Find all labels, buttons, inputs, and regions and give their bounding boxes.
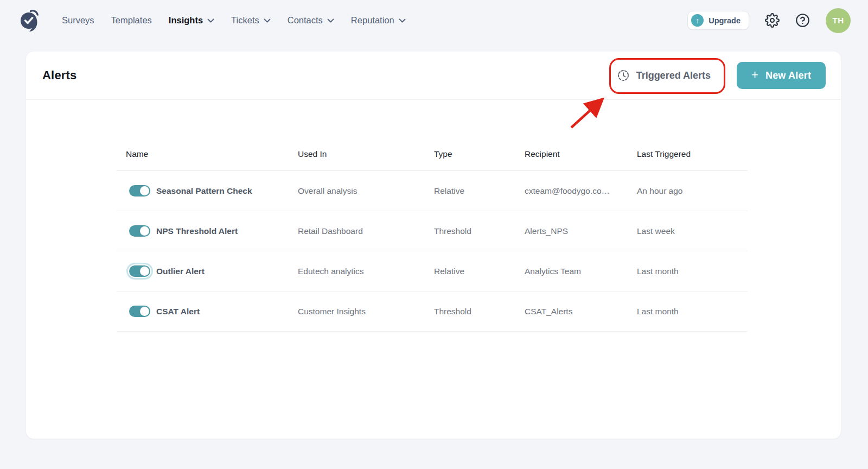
nav-right: ↑ Upgrade TH: [687, 8, 851, 33]
chevron-down-icon: [207, 18, 214, 23]
avatar-initials: TH: [833, 16, 844, 25]
alerts-table: Name Used In Type Recipient Last Trigger…: [117, 149, 748, 332]
alert-name: NPS Threshold Alert: [156, 226, 238, 236]
alerts-card: Alerts Triggered Alerts + New Alert Name…: [26, 52, 841, 439]
upgrade-arrow-icon: ↑: [691, 14, 704, 27]
used-in-cell: Overall analysis: [298, 186, 434, 196]
recipient-cell: CSAT_Alerts: [525, 307, 637, 316]
used-in-cell: Retail Dashboard: [298, 226, 434, 236]
nav-item-insights[interactable]: Insights: [169, 15, 214, 26]
alert-enabled-toggle[interactable]: [129, 185, 150, 197]
triggered-alerts-label: Triggered Alerts: [636, 70, 711, 81]
alert-enabled-toggle[interactable]: [129, 225, 150, 237]
type-cell: Relative: [434, 186, 525, 196]
history-clock-icon: [617, 69, 630, 82]
column-header-name: Name: [117, 149, 298, 159]
alerts-card-header: Alerts Triggered Alerts + New Alert: [26, 52, 841, 100]
nav-item-reputation[interactable]: Reputation: [351, 15, 406, 26]
last-triggered-cell: Last week: [637, 226, 748, 236]
alert-name: Outlier Alert: [156, 267, 205, 276]
upgrade-button[interactable]: ↑ Upgrade: [687, 11, 749, 30]
column-header-last-triggered: Last Triggered: [637, 149, 748, 159]
used-in-cell: Customer Insights: [298, 307, 434, 316]
alert-name-cell: Seasonal Pattern Check: [117, 185, 298, 197]
table-row: Seasonal Pattern CheckOverall analysisRe…: [117, 171, 748, 211]
alert-name-cell: CSAT Alert: [117, 306, 298, 317]
recipient-cell: Analytics Team: [525, 267, 637, 276]
nav-item-tickets[interactable]: Tickets: [231, 15, 271, 26]
table-row: NPS Threshold AlertRetail DashboardThres…: [117, 211, 748, 251]
triggered-alerts-button[interactable]: Triggered Alerts: [609, 62, 718, 89]
nav-item-label: Surveys: [62, 15, 94, 26]
header-actions: Triggered Alerts + New Alert: [609, 62, 826, 89]
table-row: Outlier AlertEdutech analyticsRelativeAn…: [117, 251, 748, 291]
surveysparrow-logo[interactable]: [18, 9, 40, 33]
table-row: CSAT AlertCustomer InsightsThresholdCSAT…: [117, 291, 748, 332]
column-header-recipient: Recipient: [525, 149, 637, 159]
used-in-cell: Edutech analytics: [298, 267, 434, 276]
new-alert-button[interactable]: + New Alert: [737, 62, 826, 89]
chevron-down-icon: [264, 18, 271, 23]
alert-name: Seasonal Pattern Check: [156, 186, 252, 196]
toggle-knob: [140, 186, 149, 195]
plus-icon: +: [751, 69, 758, 81]
table-header-row: Name Used In Type Recipient Last Trigger…: [117, 149, 748, 171]
alert-name: CSAT Alert: [156, 307, 200, 316]
toggle-knob: [140, 307, 149, 316]
recipient-cell: cxteam@foodygo.co…: [525, 186, 637, 196]
last-triggered-cell: An hour ago: [637, 186, 748, 196]
column-header-used-in: Used In: [298, 149, 434, 159]
toggle-knob: [140, 267, 149, 276]
page-title: Alerts: [42, 68, 77, 83]
nav-item-label: Templates: [111, 15, 152, 26]
nav-item-label: Contacts: [288, 15, 323, 26]
last-triggered-cell: Last month: [637, 307, 748, 316]
type-cell: Threshold: [434, 226, 525, 236]
new-alert-label: New Alert: [765, 70, 811, 81]
nav-links: Surveys Templates Insights Tickets Conta…: [62, 15, 406, 26]
nav-item-contacts[interactable]: Contacts: [288, 15, 334, 26]
alert-enabled-toggle[interactable]: [129, 306, 150, 317]
chevron-down-icon: [327, 18, 334, 23]
chevron-down-icon: [399, 18, 406, 23]
bird-logo-icon: [18, 9, 39, 32]
nav-item-label: Insights: [169, 15, 203, 26]
nav-item-label: Reputation: [351, 15, 394, 26]
column-header-type: Type: [434, 149, 525, 159]
upgrade-label: Upgrade: [709, 16, 741, 25]
toggle-knob: [140, 226, 149, 236]
nav-item-surveys[interactable]: Surveys: [62, 15, 94, 26]
help-icon[interactable]: [795, 13, 810, 28]
nav-item-label: Tickets: [231, 15, 259, 26]
settings-gear-icon[interactable]: [765, 13, 780, 28]
type-cell: Threshold: [434, 307, 525, 316]
alert-name-cell: NPS Threshold Alert: [117, 225, 298, 237]
table-body: Seasonal Pattern CheckOverall analysisRe…: [117, 171, 748, 332]
type-cell: Relative: [434, 267, 525, 276]
user-avatar[interactable]: TH: [826, 8, 851, 33]
alert-enabled-toggle[interactable]: [129, 265, 150, 277]
nav-item-templates[interactable]: Templates: [111, 15, 152, 26]
alert-name-cell: Outlier Alert: [117, 265, 298, 277]
recipient-cell: Alerts_NPS: [525, 226, 637, 236]
last-triggered-cell: Last month: [637, 267, 748, 276]
top-nav: Surveys Templates Insights Tickets Conta…: [0, 0, 868, 41]
